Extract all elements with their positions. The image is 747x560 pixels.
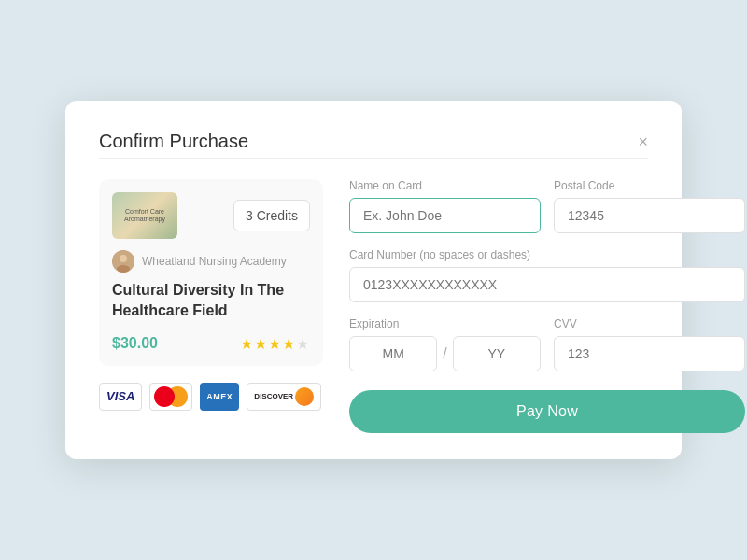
cvv-label: CVV: [554, 317, 745, 330]
course-title: Cultural Diversity In The Healthcare Fie…: [112, 280, 310, 322]
instructor-name: Wheatland Nursing Academy: [142, 255, 287, 268]
name-postal-row: Name on Card Postal Code: [349, 179, 745, 233]
name-input[interactable]: [349, 198, 541, 233]
thumbnail-image: Comfort CareAromatherapy: [112, 192, 177, 239]
yy-input[interactable]: [453, 336, 541, 371]
close-button[interactable]: ×: [638, 133, 648, 150]
cvv-group: CVV: [554, 317, 745, 371]
mm-input[interactable]: [349, 336, 437, 371]
modal-body: Comfort CareAromatherapy 3 Credits Wheat…: [99, 179, 648, 433]
cvv-input[interactable]: [554, 336, 745, 371]
instructor-row: Wheatland Nursing Academy: [112, 250, 310, 273]
credits-badge: 3 Credits: [233, 200, 310, 231]
modal-title: Confirm Purchase: [99, 131, 248, 152]
expiry-inputs: /: [349, 336, 541, 371]
card-number-input[interactable]: [349, 267, 745, 302]
modal-header: Confirm Purchase ×: [99, 131, 648, 152]
card-label: Card Number (no spaces or dashes): [349, 248, 745, 261]
course-stars: ★★★★★: [240, 335, 310, 353]
course-thumbnail: Comfort CareAromatherapy: [112, 192, 177, 239]
name-group: Name on Card: [349, 179, 541, 233]
course-card: Comfort CareAromatherapy 3 Credits Wheat…: [99, 179, 323, 366]
mc-red-circle: [154, 386, 175, 407]
postal-input[interactable]: [554, 198, 745, 233]
confirm-purchase-modal: Confirm Purchase × Comfort CareAromather…: [65, 101, 682, 459]
amex-logo: AMEX: [200, 383, 239, 411]
expiry-slash: /: [443, 345, 446, 362]
course-image-row: Comfort CareAromatherapy 3 Credits: [112, 192, 310, 239]
discover-circle: [295, 387, 314, 406]
pay-now-button[interactable]: Pay Now: [349, 390, 745, 433]
expiry-label: Expiration: [349, 317, 541, 330]
right-column: Name on Card Postal Code Card Number (no…: [349, 179, 745, 433]
payment-logos: VISA AMEX DISCOVER: [99, 383, 323, 411]
course-footer: $30.00 ★★★★★: [112, 335, 310, 353]
name-label: Name on Card: [349, 179, 541, 192]
postal-label: Postal Code: [554, 179, 745, 192]
postal-group: Postal Code: [554, 179, 745, 233]
expiry-group: Expiration /: [349, 317, 541, 371]
left-column: Comfort CareAromatherapy 3 Credits Wheat…: [99, 179, 323, 433]
thumbnail-label: Comfort CareAromatherapy: [124, 208, 165, 224]
expiry-cvv-row: Expiration / CVV: [349, 317, 745, 371]
header-divider: [99, 158, 648, 159]
discover-logo: DISCOVER: [247, 383, 321, 411]
course-price: $30.00: [112, 335, 158, 352]
svg-point-2: [117, 265, 130, 273]
card-number-group: Card Number (no spaces or dashes): [349, 248, 745, 302]
svg-point-1: [120, 255, 127, 262]
visa-logo: VISA: [99, 383, 142, 411]
mastercard-logo: [149, 383, 192, 411]
instructor-avatar: [112, 250, 134, 273]
